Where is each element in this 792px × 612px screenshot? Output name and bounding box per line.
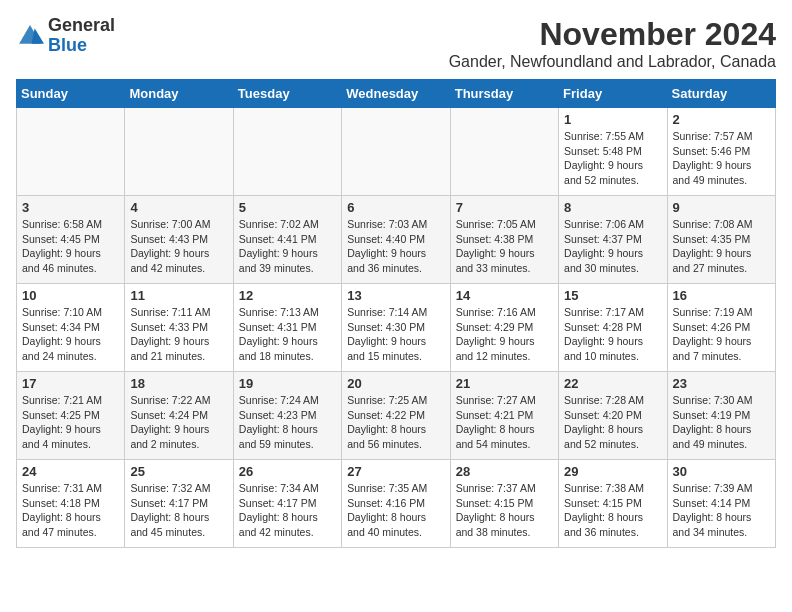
- day-number: 14: [456, 288, 553, 303]
- calendar-cell: [450, 108, 558, 196]
- weekday-header-thursday: Thursday: [450, 80, 558, 108]
- day-number: 10: [22, 288, 119, 303]
- day-info: Sunrise: 7:34 AM Sunset: 4:17 PM Dayligh…: [239, 481, 336, 540]
- day-number: 20: [347, 376, 444, 391]
- weekday-row: SundayMondayTuesdayWednesdayThursdayFrid…: [17, 80, 776, 108]
- day-number: 11: [130, 288, 227, 303]
- day-info: Sunrise: 7:00 AM Sunset: 4:43 PM Dayligh…: [130, 217, 227, 276]
- day-info: Sunrise: 7:27 AM Sunset: 4:21 PM Dayligh…: [456, 393, 553, 452]
- day-number: 5: [239, 200, 336, 215]
- calendar-cell: [342, 108, 450, 196]
- calendar-cell: [233, 108, 341, 196]
- day-info: Sunrise: 7:55 AM Sunset: 5:48 PM Dayligh…: [564, 129, 661, 188]
- day-info: Sunrise: 7:13 AM Sunset: 4:31 PM Dayligh…: [239, 305, 336, 364]
- day-number: 21: [456, 376, 553, 391]
- calendar-cell: 29Sunrise: 7:38 AM Sunset: 4:15 PM Dayli…: [559, 460, 667, 548]
- day-number: 16: [673, 288, 770, 303]
- calendar-week-3: 10Sunrise: 7:10 AM Sunset: 4:34 PM Dayli…: [17, 284, 776, 372]
- calendar-cell: 12Sunrise: 7:13 AM Sunset: 4:31 PM Dayli…: [233, 284, 341, 372]
- calendar-table: SundayMondayTuesdayWednesdayThursdayFrid…: [16, 79, 776, 548]
- day-info: Sunrise: 7:24 AM Sunset: 4:23 PM Dayligh…: [239, 393, 336, 452]
- calendar-cell: 15Sunrise: 7:17 AM Sunset: 4:28 PM Dayli…: [559, 284, 667, 372]
- day-info: Sunrise: 7:22 AM Sunset: 4:24 PM Dayligh…: [130, 393, 227, 452]
- calendar-cell: 17Sunrise: 7:21 AM Sunset: 4:25 PM Dayli…: [17, 372, 125, 460]
- day-info: Sunrise: 7:35 AM Sunset: 4:16 PM Dayligh…: [347, 481, 444, 540]
- day-number: 1: [564, 112, 661, 127]
- day-info: Sunrise: 7:08 AM Sunset: 4:35 PM Dayligh…: [673, 217, 770, 276]
- calendar-cell: 22Sunrise: 7:28 AM Sunset: 4:20 PM Dayli…: [559, 372, 667, 460]
- calendar-cell: 24Sunrise: 7:31 AM Sunset: 4:18 PM Dayli…: [17, 460, 125, 548]
- calendar-cell: 5Sunrise: 7:02 AM Sunset: 4:41 PM Daylig…: [233, 196, 341, 284]
- calendar-cell: 6Sunrise: 7:03 AM Sunset: 4:40 PM Daylig…: [342, 196, 450, 284]
- day-info: Sunrise: 7:38 AM Sunset: 4:15 PM Dayligh…: [564, 481, 661, 540]
- calendar-cell: 4Sunrise: 7:00 AM Sunset: 4:43 PM Daylig…: [125, 196, 233, 284]
- calendar-week-5: 24Sunrise: 7:31 AM Sunset: 4:18 PM Dayli…: [17, 460, 776, 548]
- day-info: Sunrise: 7:32 AM Sunset: 4:17 PM Dayligh…: [130, 481, 227, 540]
- calendar-cell: 7Sunrise: 7:05 AM Sunset: 4:38 PM Daylig…: [450, 196, 558, 284]
- day-number: 6: [347, 200, 444, 215]
- calendar-week-4: 17Sunrise: 7:21 AM Sunset: 4:25 PM Dayli…: [17, 372, 776, 460]
- calendar-cell: 27Sunrise: 7:35 AM Sunset: 4:16 PM Dayli…: [342, 460, 450, 548]
- day-number: 25: [130, 464, 227, 479]
- day-info: Sunrise: 7:06 AM Sunset: 4:37 PM Dayligh…: [564, 217, 661, 276]
- weekday-header-sunday: Sunday: [17, 80, 125, 108]
- calendar-cell: 8Sunrise: 7:06 AM Sunset: 4:37 PM Daylig…: [559, 196, 667, 284]
- calendar-cell: 9Sunrise: 7:08 AM Sunset: 4:35 PM Daylig…: [667, 196, 775, 284]
- day-info: Sunrise: 7:14 AM Sunset: 4:30 PM Dayligh…: [347, 305, 444, 364]
- day-number: 19: [239, 376, 336, 391]
- logo-general: General: [48, 15, 115, 35]
- calendar-cell: 23Sunrise: 7:30 AM Sunset: 4:19 PM Dayli…: [667, 372, 775, 460]
- calendar-cell: 2Sunrise: 7:57 AM Sunset: 5:46 PM Daylig…: [667, 108, 775, 196]
- day-info: Sunrise: 7:21 AM Sunset: 4:25 PM Dayligh…: [22, 393, 119, 452]
- calendar-cell: 19Sunrise: 7:24 AM Sunset: 4:23 PM Dayli…: [233, 372, 341, 460]
- weekday-header-wednesday: Wednesday: [342, 80, 450, 108]
- weekday-header-tuesday: Tuesday: [233, 80, 341, 108]
- weekday-header-monday: Monday: [125, 80, 233, 108]
- day-number: 23: [673, 376, 770, 391]
- calendar-cell: 11Sunrise: 7:11 AM Sunset: 4:33 PM Dayli…: [125, 284, 233, 372]
- day-info: Sunrise: 7:31 AM Sunset: 4:18 PM Dayligh…: [22, 481, 119, 540]
- day-info: Sunrise: 7:37 AM Sunset: 4:15 PM Dayligh…: [456, 481, 553, 540]
- page-header: General Blue November 2024 Gander, Newfo…: [16, 16, 776, 71]
- day-number: 2: [673, 112, 770, 127]
- calendar-cell: 14Sunrise: 7:16 AM Sunset: 4:29 PM Dayli…: [450, 284, 558, 372]
- day-number: 29: [564, 464, 661, 479]
- calendar-cell: 16Sunrise: 7:19 AM Sunset: 4:26 PM Dayli…: [667, 284, 775, 372]
- day-number: 24: [22, 464, 119, 479]
- day-info: Sunrise: 7:05 AM Sunset: 4:38 PM Dayligh…: [456, 217, 553, 276]
- weekday-header-saturday: Saturday: [667, 80, 775, 108]
- day-number: 12: [239, 288, 336, 303]
- day-number: 4: [130, 200, 227, 215]
- day-number: 18: [130, 376, 227, 391]
- day-number: 26: [239, 464, 336, 479]
- weekday-header-friday: Friday: [559, 80, 667, 108]
- calendar-cell: [17, 108, 125, 196]
- day-number: 28: [456, 464, 553, 479]
- calendar-cell: 20Sunrise: 7:25 AM Sunset: 4:22 PM Dayli…: [342, 372, 450, 460]
- calendar-cell: 30Sunrise: 7:39 AM Sunset: 4:14 PM Dayli…: [667, 460, 775, 548]
- calendar-cell: 25Sunrise: 7:32 AM Sunset: 4:17 PM Dayli…: [125, 460, 233, 548]
- calendar-cell: [125, 108, 233, 196]
- calendar-cell: 10Sunrise: 7:10 AM Sunset: 4:34 PM Dayli…: [17, 284, 125, 372]
- day-info: Sunrise: 7:03 AM Sunset: 4:40 PM Dayligh…: [347, 217, 444, 276]
- logo-icon: [16, 22, 44, 50]
- day-info: Sunrise: 7:11 AM Sunset: 4:33 PM Dayligh…: [130, 305, 227, 364]
- calendar-body: 1Sunrise: 7:55 AM Sunset: 5:48 PM Daylig…: [17, 108, 776, 548]
- calendar-cell: 21Sunrise: 7:27 AM Sunset: 4:21 PM Dayli…: [450, 372, 558, 460]
- calendar-cell: 13Sunrise: 7:14 AM Sunset: 4:30 PM Dayli…: [342, 284, 450, 372]
- day-number: 13: [347, 288, 444, 303]
- day-number: 7: [456, 200, 553, 215]
- day-info: Sunrise: 7:57 AM Sunset: 5:46 PM Dayligh…: [673, 129, 770, 188]
- day-number: 9: [673, 200, 770, 215]
- day-number: 22: [564, 376, 661, 391]
- month-title: November 2024: [449, 16, 776, 53]
- location-title: Gander, Newfoundland and Labrador, Canad…: [449, 53, 776, 71]
- calendar-cell: 28Sunrise: 7:37 AM Sunset: 4:15 PM Dayli…: [450, 460, 558, 548]
- calendar-cell: 18Sunrise: 7:22 AM Sunset: 4:24 PM Dayli…: [125, 372, 233, 460]
- day-number: 3: [22, 200, 119, 215]
- day-info: Sunrise: 7:16 AM Sunset: 4:29 PM Dayligh…: [456, 305, 553, 364]
- day-info: Sunrise: 6:58 AM Sunset: 4:45 PM Dayligh…: [22, 217, 119, 276]
- calendar-week-2: 3Sunrise: 6:58 AM Sunset: 4:45 PM Daylig…: [17, 196, 776, 284]
- calendar-header: SundayMondayTuesdayWednesdayThursdayFrid…: [17, 80, 776, 108]
- day-info: Sunrise: 7:10 AM Sunset: 4:34 PM Dayligh…: [22, 305, 119, 364]
